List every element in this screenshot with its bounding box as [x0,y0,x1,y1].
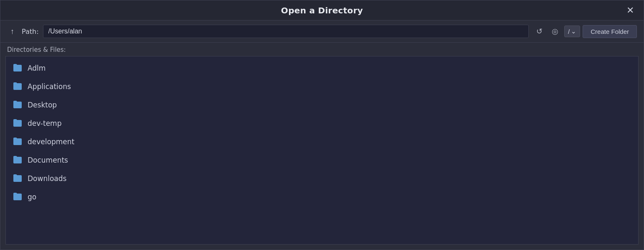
item-name: go [28,193,36,201]
list-item[interactable]: dev-temp [6,114,638,133]
list-item[interactable]: Adlm [6,59,638,77]
item-name: Adlm [28,64,46,72]
item-name: dev-temp [28,119,61,128]
close-button[interactable]: ✕ [624,4,637,17]
separator-label: / [568,28,570,35]
path-label: Path: [22,28,39,36]
path-input[interactable] [43,25,529,38]
reload-button[interactable]: ↺ [533,25,546,38]
separator-button[interactable]: / ⌄ [564,26,580,37]
folder-icon [13,63,23,73]
list-item[interactable]: go [6,188,638,206]
dialog-title: Open a Directory [281,5,363,15]
item-name: Applications [28,82,71,91]
open-directory-dialog: Open a Directory ✕ ↑ Path: ↺ ◎ / ⌄ Creat… [0,0,644,250]
list-item[interactable]: development [6,133,638,151]
item-name: Documents [28,156,68,164]
list-item[interactable]: Documents [6,151,638,169]
create-folder-button[interactable]: Create Folder [583,25,637,38]
item-name: development [28,138,74,146]
folder-icon [13,100,23,110]
item-name: Downloads [28,174,66,183]
folder-icon [13,155,23,165]
folder-icon [13,118,23,128]
item-name: Desktop [28,101,57,109]
up-button[interactable]: ↑ [7,26,18,38]
chevron-down-icon: ⌄ [571,28,576,35]
section-label: Directories & Files: [0,43,644,56]
list-item[interactable]: Desktop [6,96,638,114]
toolbar: ↑ Path: ↺ ◎ / ⌄ Create Folder [0,20,644,43]
toolbar-actions: ↺ ◎ / ⌄ Create Folder [533,25,637,38]
folder-icon [13,192,23,202]
folder-icon [13,82,23,92]
folder-icon [13,173,23,184]
file-list: Adlm Applications Desktop dev-temp devel… [5,56,639,245]
titlebar: Open a Directory ✕ [0,0,644,20]
list-item[interactable]: Applications [6,77,638,96]
list-item[interactable]: Downloads [6,169,638,188]
file-list-container: Adlm Applications Desktop dev-temp devel… [0,56,644,250]
folder-icon [13,137,23,147]
visibility-button[interactable]: ◎ [548,25,562,38]
